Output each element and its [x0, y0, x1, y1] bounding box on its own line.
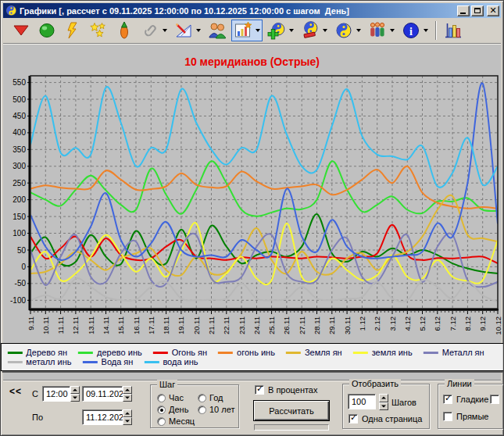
- spin-down-icon[interactable]: [123, 417, 132, 425]
- svg-text:400: 400: [13, 128, 26, 137]
- dropdown-arrow-icon[interactable]: [323, 29, 327, 32]
- legend-item: Земля ян: [286, 348, 342, 357]
- step-radio-3[interactable]: Месяц: [157, 416, 195, 426]
- percent-checkbox[interactable]: В процентах: [255, 385, 318, 395]
- svg-text:29.11: 29.11: [327, 316, 336, 334]
- smooth-lines-checkbox[interactable]: Гладкие: [443, 395, 488, 404]
- dropdown-arrow-icon[interactable]: [356, 29, 361, 32]
- from-date-spinner[interactable]: [123, 386, 132, 402]
- dropdown-arrow-icon[interactable]: [256, 29, 260, 32]
- step-groupbox: Шаг ЧасДеньМесяцГод10 лет: [150, 384, 239, 428]
- chart-legend: Дерево яндерево иньОгонь яногонь иньЗемл…: [0, 343, 503, 371]
- one-page-checkbox-label: Одна страница: [362, 414, 422, 423]
- to-date-field[interactable]: 11.12.2025: [82, 409, 123, 425]
- bar-chart-icon[interactable]: [441, 20, 465, 41]
- straight-lines-checkbox[interactable]: Прямые: [443, 412, 488, 421]
- lightning-icon[interactable]: [61, 20, 84, 41]
- spin-up-icon[interactable]: [123, 386, 132, 394]
- paperclip-icon[interactable]: [138, 20, 170, 41]
- svg-text:450: 450: [13, 112, 26, 120]
- from-time-spinner[interactable]: [70, 386, 80, 402]
- yinyang-plus-icon[interactable]: [265, 20, 296, 41]
- dropdown-arrow-icon[interactable]: [424, 29, 428, 32]
- svg-text:50: 50: [17, 246, 27, 255]
- legend-swatch: [78, 352, 93, 354]
- legend-label: металл инь: [26, 357, 71, 366]
- close-icon: ✕: [488, 5, 499, 16]
- svg-text:26.11: 26.11: [282, 316, 291, 334]
- from-date-field[interactable]: 09.11.2025: [82, 386, 123, 402]
- green-ball-icon[interactable]: [35, 20, 59, 41]
- checkbox-icon: [490, 395, 499, 404]
- maximize-icon: [474, 8, 481, 13]
- spin-up-icon[interactable]: [70, 386, 80, 394]
- steps-count-field[interactable]: 100: [348, 394, 376, 409]
- legend-item: Вода ян: [83, 357, 134, 366]
- spin-down-icon[interactable]: [379, 402, 388, 411]
- svg-text:21.11: 21.11: [207, 316, 216, 334]
- user-group-icon[interactable]: [366, 20, 397, 41]
- dropdown-arrow-icon[interactable]: [390, 29, 395, 32]
- carrot-icon[interactable]: [113, 20, 136, 41]
- step-radio-1[interactable]: Час: [157, 393, 184, 402]
- display-group-label: Отобразить: [349, 379, 401, 388]
- legend-item: дерево инь: [78, 348, 142, 357]
- svg-text:25.11: 25.11: [267, 316, 276, 334]
- step-radio-4[interactable]: Год: [198, 393, 223, 402]
- svg-text:19.11: 19.11: [177, 316, 185, 334]
- toolbar: i: [3, 18, 501, 44]
- one-page-checkbox[interactable]: Одна страница: [349, 414, 422, 423]
- dropdown-arrow-icon[interactable]: [163, 29, 167, 32]
- spin-up-icon[interactable]: [123, 409, 132, 417]
- stars-icon[interactable]: [87, 20, 110, 41]
- spin-down-icon[interactable]: [70, 394, 80, 402]
- svg-text:4.12: 4.12: [403, 316, 412, 331]
- step-radio-5[interactable]: 10 лет: [198, 405, 235, 414]
- svg-text:6.12: 6.12: [433, 316, 441, 331]
- legend-swatch: [218, 352, 233, 354]
- from-time-field[interactable]: 12:00: [42, 386, 70, 402]
- radio-label: Месяц: [169, 416, 195, 426]
- chart-wizard-icon[interactable]: [231, 20, 263, 41]
- ruler-icon[interactable]: [172, 20, 203, 41]
- spin-down-icon[interactable]: [123, 394, 132, 402]
- straight-lines-label: Прямые: [456, 412, 488, 421]
- svg-text:15.11: 15.11: [116, 316, 125, 334]
- red-arrow-down-icon[interactable]: [9, 20, 33, 41]
- maximize-button[interactable]: [471, 5, 484, 16]
- svg-text:300: 300: [13, 162, 26, 170]
- spin-up-icon[interactable]: [379, 394, 388, 402]
- svg-text:7.12: 7.12: [449, 316, 457, 331]
- collapse-panel-button[interactable]: <<: [9, 386, 22, 397]
- svg-text:10.11: 10.11: [41, 316, 50, 334]
- two-users-icon[interactable]: [206, 20, 229, 41]
- legend-label: дерево инь: [97, 348, 142, 357]
- legend-label: Дерево ян: [26, 348, 67, 357]
- chart-title: 10 меридианов (Острые): [3, 55, 501, 68]
- calculate-button[interactable]: Рассчитать: [253, 400, 330, 421]
- dropdown-arrow-icon[interactable]: [289, 29, 294, 32]
- minimize-button[interactable]: [457, 5, 470, 16]
- lines-group-label: Линии: [445, 379, 474, 388]
- yinyang-minus-icon[interactable]: [298, 20, 330, 41]
- close-button[interactable]: ✕: [487, 5, 499, 16]
- radio-label: День: [169, 405, 188, 414]
- yinyang-icon[interactable]: [332, 20, 363, 41]
- progress-bar: [254, 424, 329, 431]
- svg-text:10.12: 10.12: [494, 316, 502, 335]
- steps-count-spinner[interactable]: [379, 394, 388, 410]
- legend-swatch: [7, 361, 22, 363]
- to-date-spinner[interactable]: [123, 409, 132, 425]
- info-icon[interactable]: i: [399, 20, 431, 41]
- dropdown-arrow-icon[interactable]: [196, 29, 201, 32]
- legend-swatch: [144, 361, 159, 363]
- radio-icon: [198, 394, 206, 402]
- step-radio-2[interactable]: День: [157, 405, 188, 414]
- legend-label: Вода ян: [102, 357, 134, 366]
- legend-item: Металл ян: [424, 348, 484, 357]
- radio-label: 10 лет: [209, 405, 235, 414]
- extra-checkbox[interactable]: [490, 395, 503, 404]
- legend-swatch: [286, 352, 301, 354]
- svg-text:17.11: 17.11: [147, 316, 155, 334]
- svg-text:550: 550: [13, 78, 26, 87]
